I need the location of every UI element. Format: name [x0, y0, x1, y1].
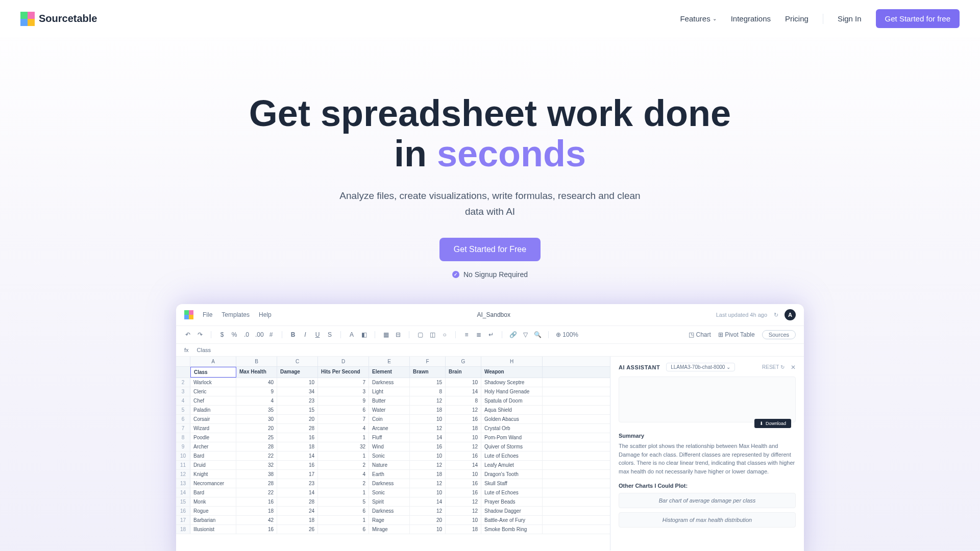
cell[interactable]: Prayer Beads: [481, 497, 543, 506]
cell[interactable]: 7: [318, 378, 369, 387]
nav-integrations[interactable]: Integrations: [731, 14, 771, 23]
cell[interactable]: 38: [236, 470, 277, 479]
chart-icon[interactable]: ◫: [429, 331, 436, 338]
row-number[interactable]: 13: [176, 479, 190, 488]
column-letter[interactable]: B: [236, 357, 277, 366]
cell[interactable]: 15: [410, 378, 446, 387]
field-header[interactable]: Damage: [277, 367, 318, 378]
column-letter[interactable]: H: [481, 357, 543, 366]
cell[interactable]: 32: [318, 442, 369, 451]
cell[interactable]: 10: [410, 488, 446, 497]
column-letter[interactable]: C: [277, 357, 318, 366]
cell[interactable]: Druid: [190, 461, 236, 469]
cell[interactable]: 9: [318, 396, 369, 405]
table-row[interactable]: 15Monk16285Spirit1412Prayer Beads: [176, 497, 610, 507]
toolbar-pivot[interactable]: ⊞ Pivot Table: [718, 331, 755, 338]
hero-cta-button[interactable]: Get Started for Free: [439, 238, 541, 261]
cell[interactable]: Lute of Echoes: [481, 452, 543, 460]
cell[interactable]: Golden Abacus: [481, 415, 543, 423]
cell[interactable]: 18: [410, 470, 446, 479]
cell[interactable]: Barbarian: [190, 516, 236, 524]
decimal-decrease-icon[interactable]: .0: [243, 331, 250, 338]
table-row[interactable]: 6Corsair30207Coin1016Golden Abacus: [176, 415, 610, 424]
formula-value[interactable]: Class: [197, 347, 211, 353]
cell[interactable]: 26: [277, 525, 318, 534]
cell[interactable]: Sonic: [369, 488, 410, 497]
cell[interactable]: Shadowy Sceptre: [481, 378, 543, 387]
cell[interactable]: Skull Staff: [481, 479, 543, 488]
menu-templates[interactable]: Templates: [222, 311, 250, 318]
row-number[interactable]: 9: [176, 442, 190, 451]
cell[interactable]: Battle-Axe of Fury: [481, 516, 543, 524]
field-header[interactable]: Max Health: [236, 367, 277, 378]
get-started-button[interactable]: Get Started for free: [876, 9, 960, 28]
cell[interactable]: Nature: [369, 461, 410, 469]
column-letter[interactable]: [176, 357, 190, 366]
cell[interactable]: 6: [318, 507, 369, 515]
row-number[interactable]: 10: [176, 452, 190, 460]
cell[interactable]: Light: [369, 387, 410, 396]
zoom-level[interactable]: ⊕ 100%: [556, 331, 578, 338]
cell[interactable]: 18: [277, 442, 318, 451]
field-header[interactable]: Class: [190, 367, 236, 378]
column-letter[interactable]: E: [369, 357, 410, 366]
undo-icon[interactable]: ↶: [184, 331, 191, 338]
download-button[interactable]: ⬇ Download: [754, 419, 791, 428]
cell[interactable]: Bard: [190, 488, 236, 497]
table-row[interactable]: 2Warlock40107Darkness1510Shadowy Sceptre: [176, 378, 610, 387]
cell[interactable]: 12: [410, 479, 446, 488]
cell[interactable]: Holy Hand Grenade: [481, 387, 543, 396]
cell[interactable]: 22: [236, 488, 277, 497]
table-row[interactable]: 12Knight38174Earth1810Dragon's Tooth: [176, 470, 610, 479]
cell[interactable]: 4: [318, 424, 369, 433]
cell[interactable]: Sonic: [369, 452, 410, 460]
cell[interactable]: Wizard: [190, 424, 236, 433]
sources-button[interactable]: Sources: [762, 330, 796, 339]
cell[interactable]: 23: [277, 479, 318, 488]
cell[interactable]: 14: [277, 452, 318, 460]
cell[interactable]: 12: [410, 461, 446, 469]
row-number[interactable]: 5: [176, 406, 190, 414]
currency-icon[interactable]: $: [218, 331, 226, 338]
cell[interactable]: Cleric: [190, 387, 236, 396]
cell[interactable]: Dragon's Tooth: [481, 470, 543, 479]
cell[interactable]: 4: [236, 396, 277, 405]
cell[interactable]: 28: [236, 442, 277, 451]
cell[interactable]: 23: [277, 396, 318, 405]
cell[interactable]: Lute of Echoes: [481, 488, 543, 497]
cell[interactable]: 18: [410, 406, 446, 414]
cell[interactable]: Darkness: [369, 507, 410, 515]
cell[interactable]: 2: [318, 461, 369, 469]
row-number[interactable]: 16: [176, 507, 190, 515]
cell[interactable]: Rogue: [190, 507, 236, 515]
cell[interactable]: 24: [277, 507, 318, 515]
cell[interactable]: Paladin: [190, 406, 236, 414]
cell[interactable]: 16: [410, 442, 446, 451]
toolbar-chart[interactable]: ◳ Chart: [689, 331, 711, 338]
field-header[interactable]: Weapon: [481, 367, 543, 378]
fill-color-icon[interactable]: ◧: [360, 331, 368, 338]
cell[interactable]: 12: [446, 406, 481, 414]
nav-features[interactable]: Features⌄: [680, 14, 716, 23]
chart-suggestion[interactable]: Bar chart of average damage per class: [619, 493, 796, 508]
cell[interactable]: 10: [446, 433, 481, 442]
cell[interactable]: Knight: [190, 470, 236, 479]
table-row[interactable]: 13Necromancer28232Darkness1216Skull Staf…: [176, 479, 610, 488]
field-header[interactable]: [176, 367, 190, 378]
column-letter[interactable]: F: [410, 357, 446, 366]
cell[interactable]: 6: [318, 406, 369, 414]
cell[interactable]: 10: [277, 378, 318, 387]
cell[interactable]: 40: [236, 378, 277, 387]
cell[interactable]: 10: [446, 378, 481, 387]
cell[interactable]: Crystal Orb: [481, 424, 543, 433]
cell[interactable]: Earth: [369, 470, 410, 479]
table-row[interactable]: 9Archer281832Wind1612Quiver of Storms: [176, 442, 610, 452]
table-row[interactable]: 14Bard22141Sonic1016Lute of Echoes: [176, 488, 610, 497]
wrap-icon[interactable]: ↵: [487, 331, 495, 338]
cell[interactable]: 10: [410, 525, 446, 534]
spreadsheet[interactable]: ABCDEFGH ClassMax HealthDamageHits Per S…: [176, 357, 610, 550]
table-row[interactable]: 8Poodle25161Fluff1410Pom-Pom Wand: [176, 433, 610, 442]
cell[interactable]: 2: [318, 479, 369, 488]
cell[interactable]: Poodle: [190, 433, 236, 442]
strike-icon[interactable]: S: [326, 331, 333, 338]
